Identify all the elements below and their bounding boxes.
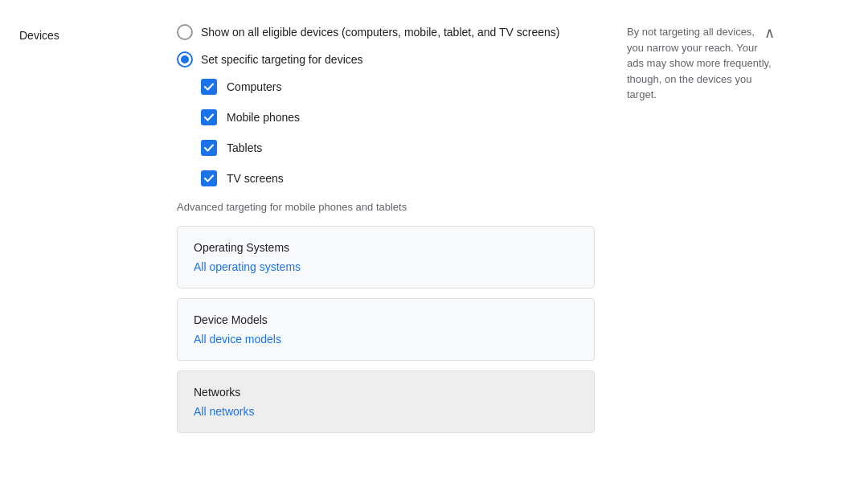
advanced-targeting-label: Advanced targeting for mobile phones and…: [177, 201, 595, 213]
radio-specific-targeting-label: Set specific targeting for devices: [201, 53, 363, 66]
checkbox-mobile-phones[interactable]: Mobile phones: [201, 109, 595, 125]
card-models-link[interactable]: All device models: [194, 333, 281, 346]
checkbox-mobile-label: Mobile phones: [227, 111, 300, 124]
checkbox-tv-label: TV screens: [227, 172, 284, 185]
radio-selected-dot: [181, 55, 189, 63]
radio-specific-targeting-circle: [177, 51, 193, 68]
right-info-panel: ∧ By not targeting all devices, you narr…: [611, 16, 788, 479]
checkbox-tablets-box: [201, 140, 217, 156]
checkbox-tv-screens[interactable]: TV screens: [201, 170, 595, 186]
checkbox-computers[interactable]: Computers: [201, 79, 595, 95]
checkbox-tv-box: [201, 170, 217, 186]
collapse-icon[interactable]: ∧: [764, 22, 775, 44]
checkbox-mobile-box: [201, 109, 217, 125]
radio-all-devices[interactable]: Show on all eligible devices (computers,…: [177, 24, 595, 40]
checkmark-icon: [203, 142, 215, 153]
checkmark-icon: [203, 173, 215, 184]
card-networks-link[interactable]: All networks: [194, 405, 254, 418]
radio-all-devices-circle: [177, 24, 193, 40]
checkbox-tablets[interactable]: Tablets: [201, 140, 595, 156]
checkbox-computers-label: Computers: [227, 80, 281, 93]
card-os-link[interactable]: All operating systems: [194, 260, 301, 273]
checkbox-computers-box: [201, 79, 217, 95]
devices-label-text: Devices: [19, 29, 59, 42]
radio-specific-targeting[interactable]: Set specific targeting for devices: [177, 51, 595, 68]
info-text: By not targeting all devices, you narrow…: [627, 24, 772, 103]
main-content: Show on all eligible devices (computers,…: [161, 16, 611, 479]
radio-all-devices-label: Show on all eligible devices (computers,…: [201, 26, 559, 39]
card-models-title: Device Models: [194, 313, 578, 326]
devices-label: Devices: [0, 16, 161, 479]
card-device-models: Device Models All device models: [177, 298, 595, 361]
card-networks: Networks All networks: [177, 370, 595, 433]
checkmark-icon: [203, 112, 215, 123]
checkmark-icon: [203, 81, 215, 92]
checkbox-tablets-label: Tablets: [227, 141, 262, 154]
card-os-title: Operating Systems: [194, 241, 578, 254]
device-checkboxes: Computers Mobile phones Tablets: [201, 79, 595, 186]
card-networks-title: Networks: [194, 386, 578, 399]
card-operating-systems: Operating Systems All operating systems: [177, 226, 595, 288]
